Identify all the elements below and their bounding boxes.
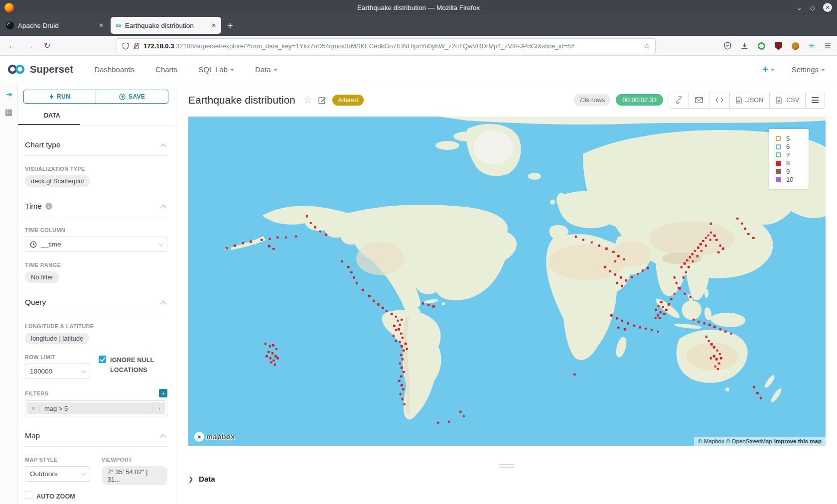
earthquake-point[interactable]: [341, 260, 343, 263]
earthquake-point[interactable]: [689, 256, 691, 258]
earthquake-point[interactable]: [693, 319, 695, 321]
earthquake-point[interactable]: [686, 259, 689, 262]
earthquake-point[interactable]: [350, 271, 353, 273]
earthquake-point[interactable]: [624, 328, 626, 331]
earthquake-point[interactable]: [437, 421, 439, 424]
earthquake-point[interactable]: [605, 248, 608, 250]
earthquake-point[interactable]: [645, 327, 647, 330]
earthquake-point[interactable]: [399, 324, 401, 326]
earthquake-point[interactable]: [631, 276, 633, 278]
earthquake-point[interactable]: [395, 316, 398, 318]
earthquake-point[interactable]: [714, 365, 716, 368]
earthquake-point[interactable]: [432, 305, 435, 308]
attribution-text[interactable]: © Mapbox © OpenStreetMap: [698, 438, 772, 444]
earthquake-point[interactable]: [674, 276, 676, 279]
earthquake-point[interactable]: [684, 262, 686, 265]
export-json-button[interactable]: .JSON: [729, 92, 769, 108]
world-map[interactable]: 5678910 ➤ mapbox © Mapbox © OpenStreetMa…: [188, 117, 826, 446]
earthquake-point[interactable]: [627, 322, 629, 325]
extension-icon[interactable]: [758, 42, 765, 50]
earthquake-point[interactable]: [716, 350, 718, 352]
checkbox-empty-icon[interactable]: [25, 492, 32, 499]
earthquake-point[interactable]: [399, 341, 401, 344]
reload-button[interactable]: ↻: [44, 41, 50, 50]
earthquake-point[interactable]: [362, 289, 364, 291]
earthquake-point[interactable]: [273, 248, 275, 250]
earthquake-point[interactable]: [391, 313, 393, 315]
earthquake-point[interactable]: [393, 335, 395, 337]
earthquake-point[interactable]: [694, 250, 697, 252]
dataset-grid-icon[interactable]: ▦: [5, 107, 12, 117]
earthquake-point[interactable]: [668, 303, 670, 306]
earthquake-point[interactable]: [719, 245, 722, 247]
earthquake-point[interactable]: [421, 302, 424, 305]
add-filter-button[interactable]: +: [159, 389, 167, 397]
tab-earthquake-distribution[interactable]: ∞ Earthquake distribution ✕: [111, 17, 221, 34]
window-minimize-button[interactable]: ⌄: [797, 4, 802, 11]
earthquake-point[interactable]: [660, 301, 663, 304]
earthquake-point[interactable]: [710, 357, 712, 360]
earthquake-point[interactable]: [708, 340, 710, 343]
earthquake-point[interactable]: [347, 266, 350, 268]
earthquake-point[interactable]: [398, 328, 400, 331]
insecure-lock-icon[interactable]: [133, 42, 140, 50]
earthquake-point[interactable]: [377, 303, 380, 306]
earthquake-point[interactable]: [715, 358, 718, 361]
earthquake-point[interactable]: [753, 386, 756, 388]
earthquake-point[interactable]: [657, 330, 659, 333]
earthquake-point[interactable]: [459, 411, 462, 413]
earthquake-point[interactable]: [621, 320, 624, 322]
earthquake-point[interactable]: [677, 286, 680, 289]
section-query[interactable]: Query: [25, 298, 167, 307]
earthquake-point[interactable]: [401, 358, 404, 361]
earthquake-point[interactable]: [270, 357, 272, 360]
earthquake-point[interactable]: [269, 238, 271, 241]
earthquake-point[interactable]: [319, 230, 322, 233]
earthquake-point[interactable]: [702, 240, 704, 243]
ignore-null-checkbox[interactable]: IGNORE NULLLOCATIONS: [99, 355, 154, 375]
earthquake-point[interactable]: [403, 403, 406, 405]
earthquake-point[interactable]: [406, 348, 408, 350]
window-maximize-button[interactable]: ◇: [810, 4, 815, 11]
earthquake-point[interactable]: [698, 321, 700, 323]
new-chart-button[interactable]: +: [762, 64, 775, 75]
earthquake-point[interactable]: [273, 360, 275, 362]
map-style-select[interactable]: Outdoors: [25, 466, 90, 482]
earthquake-point[interactable]: [655, 309, 658, 311]
earthquake-point[interactable]: [675, 282, 678, 284]
export-csv-button[interactable]: .CSV: [769, 92, 805, 108]
earthquake-point[interactable]: [685, 271, 688, 273]
menu-icon[interactable]: ☰: [825, 41, 831, 50]
earthquake-point[interactable]: [225, 247, 228, 250]
viewport-value[interactable]: 7° 35' 54.02" | 31...: [102, 466, 167, 485]
forward-button[interactable]: →: [26, 41, 34, 50]
earthquake-point[interactable]: [614, 273, 617, 276]
earthquake-point[interactable]: [609, 270, 611, 272]
earthquake-point[interactable]: [759, 397, 762, 399]
panel-drag-handle[interactable]: [499, 463, 514, 469]
earthquake-point[interactable]: [642, 269, 644, 272]
earthquake-point[interactable]: [659, 311, 662, 314]
earthquake-point[interactable]: [612, 251, 615, 253]
earthquake-point[interactable]: [703, 322, 706, 325]
earthquake-point[interactable]: [620, 276, 622, 279]
earthquake-point[interactable]: [614, 260, 617, 263]
earthquake-point[interactable]: [401, 319, 403, 321]
earthquake-point[interactable]: [355, 282, 358, 284]
earthquake-point[interactable]: [709, 239, 711, 242]
earthquake-point[interactable]: [659, 317, 661, 319]
earthquake-point[interactable]: [654, 317, 657, 319]
earthquake-point[interactable]: [250, 241, 252, 243]
section-time[interactable]: Timei: [25, 202, 167, 211]
earthquake-point[interactable]: [401, 384, 403, 386]
earthquake-point[interactable]: [662, 306, 665, 308]
cookie-extension-icon[interactable]: [792, 42, 799, 50]
earthquake-point[interactable]: [744, 228, 747, 230]
tab-apache-druid[interactable]: Apache Druid ✕: [1, 17, 109, 34]
earthquake-point[interactable]: [582, 239, 585, 242]
earthquake-point[interactable]: [625, 279, 627, 282]
embed-code-button[interactable]: [709, 92, 729, 108]
section-chart-type[interactable]: Chart type: [25, 140, 167, 149]
earthquake-point[interactable]: [710, 231, 712, 234]
earthquake-point[interactable]: [681, 266, 683, 268]
